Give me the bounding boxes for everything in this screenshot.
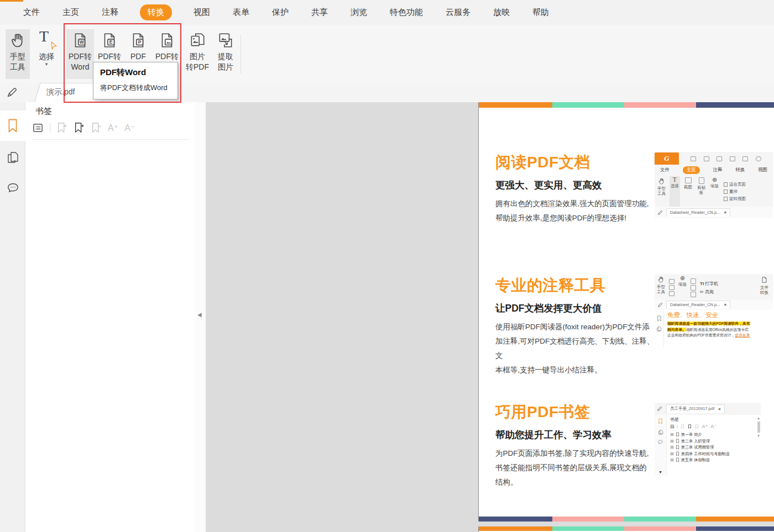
- mini-hand-label: 手型 工具: [657, 285, 665, 294]
- bookmarks-panel: 书签 A⁺ A⁻: [25, 102, 195, 532]
- bookmarks-toolbar: A⁺ A⁻: [32, 120, 135, 135]
- separator: [677, 424, 678, 429]
- mini-select-label: 选择: [671, 183, 679, 188]
- mini-typewriter-group: TI 打字机 ✏ 高亮: [700, 276, 718, 299]
- fit-page-option: 适合页面: [724, 182, 746, 187]
- pdf-to-word-button[interactable]: W PDF转 Word: [66, 29, 94, 79]
- highlighted-text: 档与表单。: [667, 328, 686, 331]
- window-accent: [0, 0, 23, 2]
- collapse-left-icon[interactable]: ◀: [197, 312, 202, 318]
- expand-bookmark-icon[interactable]: [91, 122, 102, 134]
- plain-text: 企业和政府机构的PDF查看需求而设计，: [667, 333, 735, 337]
- page-top-color-bar: [479, 102, 774, 108]
- mini-bookmarks-body: ▾ 书签 ⊟ A⁺ A⁻: [655, 415, 761, 476]
- clipboard-icon: [699, 177, 704, 184]
- svg-text:E: E: [109, 39, 113, 45]
- menu-form[interactable]: 表单: [232, 4, 250, 20]
- section-subtitle: 更强大、更实用、更高效: [495, 178, 656, 192]
- menu-view[interactable]: 视图: [192, 4, 211, 20]
- edit-pencil-icon[interactable]: [6, 87, 18, 98]
- sidebar-item-pages[interactable]: [0, 142, 25, 172]
- highlight-row: ✏ 高亮: [700, 289, 718, 295]
- menu-comment[interactable]: 注释: [101, 4, 119, 20]
- document-view[interactable]: 阅读PDF文档 更强大、更实用、更高效 拥有出色的文档渲染效果,强大的页面管理功…: [206, 102, 774, 532]
- mini-menu-file: 文件: [660, 167, 670, 173]
- section-body: 为PDF页面添加书签,除了实现内容的快速导航, 书签还能指明不同书签的层级关系,…: [495, 446, 656, 489]
- sidebar-item-bookmarks[interactable]: [0, 110, 25, 141]
- mail-icon: [730, 156, 735, 161]
- snapshot-icon: [669, 285, 674, 290]
- menu-help[interactable]: 帮助: [531, 4, 550, 20]
- mini-doc-heading: 免费、快速、安全: [667, 311, 772, 319]
- select-tool-label: 选择: [39, 51, 54, 62]
- menu-features[interactable]: 特色功能: [389, 4, 424, 20]
- delete-bookmark-icon[interactable]: [56, 122, 67, 134]
- menu-home[interactable]: 主页: [61, 4, 80, 20]
- scroll-down-icon: ▾: [757, 434, 760, 438]
- mini-zoom-tool: ⊕ 缩放: [709, 176, 720, 207]
- bookmark-entry: ⊞第一章 简介: [670, 431, 755, 438]
- close-icon: ×: [724, 210, 726, 215]
- bookmark-entry: ⊞第四章 工作时间与考勤制度: [670, 451, 755, 457]
- select-cursor-icon: T: [39, 29, 54, 51]
- section-read-pdf: 阅读PDF文档 更强大、更实用、更高效 拥有出色的文档渲染效果,强大的页面管理功…: [495, 152, 656, 225]
- panel-collapse-strip[interactable]: ◀: [195, 102, 206, 532]
- rotate-icon: [691, 292, 696, 297]
- mini-sidebar: ▾: [655, 415, 666, 476]
- bookmark-icon: [656, 417, 665, 425]
- bookmark-list-options-icon[interactable]: [32, 122, 44, 134]
- expand-node-icon: ⊞: [670, 438, 674, 445]
- highlighted-text: 福昕阅读器是一款功能强大的PDF阅读软件，具有: [667, 322, 750, 325]
- fit-page-icon: [724, 182, 728, 187]
- mini-document-tab: Datasheet_Reader_CN.p...×: [666, 208, 730, 217]
- menu-cloud[interactable]: 云服务: [444, 4, 472, 20]
- menu-protect[interactable]: 保护: [271, 4, 290, 20]
- tab-document[interactable]: 演示.pdf: [34, 83, 100, 102]
- bookmark-font-decrease-icon[interactable]: A⁻: [124, 123, 135, 133]
- hand-tool-button[interactable]: 手型 工具: [6, 29, 30, 79]
- select-tool-button[interactable]: T 选择 ▾: [34, 29, 59, 79]
- list-options-icon: ⊟: [670, 424, 674, 429]
- mini-hand-label: 手型 工具: [657, 186, 666, 196]
- mini-zoom-label: 缩放: [710, 183, 719, 188]
- extract-image-button[interactable]: 提取 图片: [212, 29, 239, 79]
- navigation-panel-strip: [0, 102, 25, 532]
- mini-tab-title: 员工手册_20120917.pdf: [670, 406, 714, 412]
- print-icon: [717, 156, 722, 161]
- scroll-thumb: [757, 422, 760, 433]
- tooltip-description: 将PDF文档转成Word: [100, 83, 171, 93]
- mini-hand-tool: 手型 工具: [656, 176, 667, 207]
- font-increase-icon: A⁺: [702, 424, 708, 429]
- scroll-up-icon: ▴: [757, 416, 760, 420]
- add-bookmark-icon[interactable]: [74, 122, 85, 134]
- expand-bookmark-icon: [695, 424, 699, 429]
- bookmark-entry: ⊞第三章 试用期管理: [670, 444, 755, 451]
- page-icon: [691, 278, 696, 284]
- menubar: 文件 主页 注释 转换 视图 表单 保护 共享 浏览 特色功能 云服务 放映 帮…: [0, 0, 774, 25]
- mini-select-tool: T 选择: [670, 176, 680, 207]
- mini-clipboard-tool: 剪贴 板: [696, 176, 707, 207]
- section-title: 专业的注释工具: [495, 275, 656, 296]
- image-to-pdf-button[interactable]: 图片 转PDF: [184, 29, 211, 79]
- mini-document-tab: 员工手册_20120917.pdf×: [666, 404, 725, 413]
- menu-browse[interactable]: 浏览: [349, 4, 368, 20]
- mini-tab-title: Datasheet_Reader_CN.p...: [670, 302, 720, 307]
- menu-present[interactable]: 放映: [492, 4, 511, 20]
- bookmark-font-increase-icon[interactable]: A⁺: [108, 123, 118, 133]
- mini-sidebar: [655, 310, 664, 348]
- menu-file[interactable]: 文件: [22, 4, 41, 20]
- page-top-color-bar: [479, 526, 774, 531]
- text-line: 企业和政府机构的PDF查看需求而设计，提供批量: [667, 333, 772, 339]
- menu-share[interactable]: 共享: [310, 4, 329, 20]
- sidebar-item-comments[interactable]: [0, 172, 25, 203]
- close-icon: ×: [718, 407, 721, 412]
- zoom-icon: ⊕: [712, 177, 717, 182]
- delete-bookmark-icon: [681, 424, 685, 429]
- mini-tabrow: Datasheet_Reader_CN.p...×: [655, 299, 773, 310]
- mini-convert-tool: 文件 转换: [760, 276, 768, 299]
- expand-node-icon: ⊞: [670, 451, 674, 457]
- pdf-page-1: 阅读PDF文档 更强大、更实用、更高效 拥有出色的文档渲染效果,强大的页面管理功…: [478, 102, 774, 522]
- menu-convert-active[interactable]: 转换: [140, 4, 172, 20]
- close-icon: ×: [724, 302, 726, 307]
- section-title: 巧用PDF书签: [495, 402, 656, 423]
